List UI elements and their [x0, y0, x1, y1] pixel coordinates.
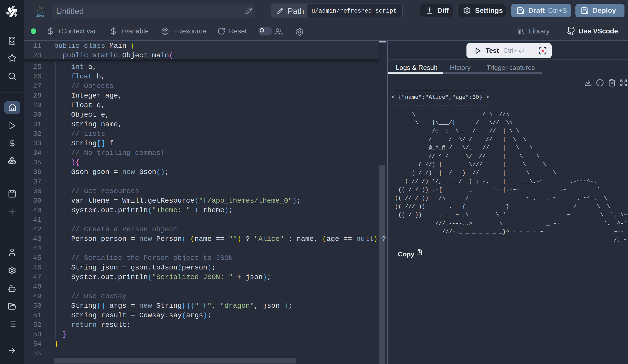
- svg-text:Java: Java: [36, 14, 44, 18]
